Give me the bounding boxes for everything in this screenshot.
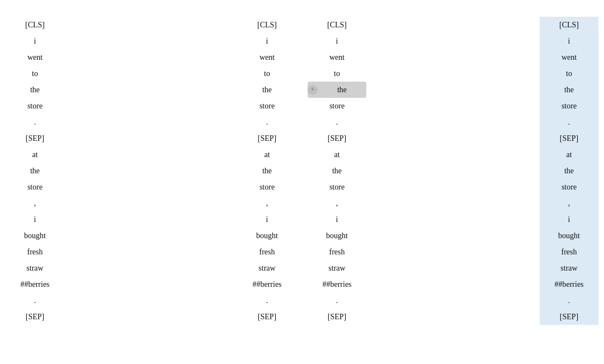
section-1: [CLS]iwenttothestore.[SEP]atthestore,ibo…	[6, 11, 296, 353]
token-item: .	[6, 114, 64, 130]
token-item: [SEP]	[308, 309, 366, 325]
token-item: [SEP]	[308, 130, 366, 146]
plus-button[interactable]: +	[308, 85, 318, 95]
token-item: [CLS]	[6, 17, 64, 33]
token-item: went	[238, 49, 296, 65]
token-item: at	[6, 146, 64, 163]
token-item: store	[6, 98, 64, 114]
token-item: ,	[6, 195, 64, 211]
token-item: fresh	[238, 244, 296, 260]
token-item: the	[540, 163, 598, 179]
token-item: the	[6, 163, 64, 179]
token-item: ,	[540, 195, 598, 211]
token-item: bought	[308, 228, 366, 244]
token-item: fresh	[308, 244, 366, 260]
token-item: went	[6, 49, 64, 65]
token-item: straw	[540, 260, 598, 276]
token-item: went	[308, 49, 366, 65]
token-item: store	[540, 179, 598, 195]
token-item: .	[308, 292, 366, 309]
token-item: fresh	[6, 244, 64, 260]
token-item: at	[308, 146, 366, 163]
token-item: fresh	[540, 244, 598, 260]
token-item: ##berries	[238, 276, 296, 292]
token-item: store	[238, 98, 296, 114]
section1-right-tokens: [CLS]iwenttothestore.[SEP]atthestore,ibo…	[238, 11, 296, 325]
token-item: straw	[238, 260, 296, 276]
token-item: store	[308, 98, 366, 114]
token-item: ,	[308, 195, 366, 211]
token-item: .	[6, 292, 64, 309]
token-item: [CLS]	[540, 17, 598, 33]
token-list-left-1: [CLS]iwenttothestore.[SEP]atthestore,ibo…	[6, 17, 64, 325]
token-item: store	[238, 179, 296, 195]
token-item: +the	[308, 82, 366, 98]
token-item: [SEP]	[6, 130, 64, 146]
token-item: the	[6, 82, 64, 98]
token-item: [CLS]	[238, 17, 296, 33]
token-item: i	[6, 33, 64, 49]
token-item: to	[238, 65, 296, 82]
token-item: bought	[238, 228, 296, 244]
token-item: store	[308, 179, 366, 195]
token-item: [SEP]	[6, 309, 64, 325]
token-item: [SEP]	[540, 130, 598, 146]
token-item: [CLS]	[308, 17, 366, 33]
token-list-right-1: [CLS]iwenttothestore.[SEP]atthestore,ibo…	[238, 17, 296, 325]
token-item: .	[308, 114, 366, 130]
token-item: i	[6, 211, 64, 228]
token-item: ##berries	[540, 276, 598, 292]
token-item: at	[540, 146, 598, 163]
token-item: ##berries	[6, 276, 64, 292]
token-item: i	[308, 211, 366, 228]
token-item: the	[238, 163, 296, 179]
token-item: i	[308, 33, 366, 49]
token-text: the	[320, 86, 364, 94]
token-item: to	[6, 65, 64, 82]
section1-left-tokens: [CLS]iwenttothestore.[SEP]atthestore,ibo…	[6, 11, 64, 325]
section-2: [CLS]iwentto+thestore.[SEP]atthestore,ib…	[308, 11, 598, 353]
token-item: .	[238, 114, 296, 130]
section2-right-tokens: [CLS]iwenttothestore.[SEP]atthestore,ibo…	[540, 11, 598, 325]
token-item: .	[540, 114, 598, 130]
token-item: [SEP]	[540, 309, 598, 325]
token-item: store	[540, 98, 598, 114]
token-item: i	[238, 33, 296, 49]
token-item: straw	[308, 260, 366, 276]
token-item: .	[238, 292, 296, 309]
token-item: store	[6, 179, 64, 195]
token-item: at	[238, 146, 296, 163]
token-item: ##berries	[308, 276, 366, 292]
token-item: [SEP]	[238, 309, 296, 325]
main-container: [CLS]iwenttothestore.[SEP]atthestore,ibo…	[0, 0, 604, 364]
token-item: to	[308, 65, 366, 82]
token-item: [SEP]	[238, 130, 296, 146]
token-item: the	[238, 82, 296, 98]
token-list-right-2: [CLS]iwenttothestore.[SEP]atthestore,ibo…	[540, 17, 598, 325]
token-item: to	[540, 65, 598, 82]
token-item: i	[238, 211, 296, 228]
token-item: i	[540, 211, 598, 228]
token-item: straw	[6, 260, 64, 276]
token-item: .	[540, 292, 598, 309]
token-item: bought	[6, 228, 64, 244]
token-list-left-2: [CLS]iwentto+thestore.[SEP]atthestore,ib…	[308, 17, 366, 325]
spacer-1	[296, 11, 308, 353]
section2-left-tokens: [CLS]iwentto+thestore.[SEP]atthestore,ib…	[308, 11, 366, 325]
token-item: i	[540, 33, 598, 49]
token-item: went	[540, 49, 598, 65]
token-item: the	[308, 163, 366, 179]
token-item: ,	[238, 195, 296, 211]
token-item: the	[540, 82, 598, 98]
token-item: bought	[540, 228, 598, 244]
